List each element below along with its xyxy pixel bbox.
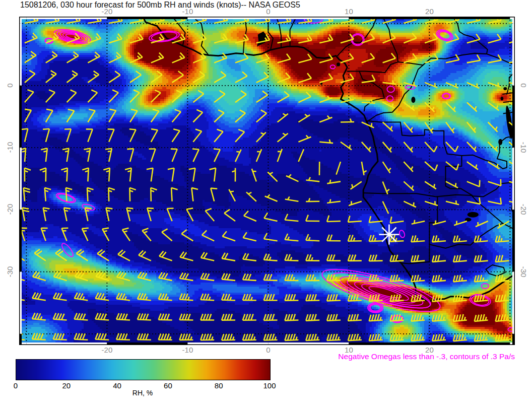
lat-tick-label-left: -20 [6, 201, 14, 218]
colorbar-tick-label: 60 [158, 381, 178, 390]
lon-tick-label-top: 20 [419, 7, 439, 16]
lon-tick-label-top: 10 [339, 7, 359, 16]
lon-tick-label-bottom: -10 [177, 346, 197, 354]
colorbar-tick-label: 100 [259, 381, 280, 390]
lon-tick-label-bottom: 0 [258, 346, 278, 354]
colorbar-tick-label: 80 [209, 381, 229, 390]
weather-chart-page: 15081206, 030 hour forecast for 500mb RH… [0, 0, 532, 411]
colorbar-title: RH, % [132, 389, 153, 397]
lat-tick-label-right: -30 [519, 263, 528, 280]
lat-tick-label-left: -10 [6, 139, 14, 156]
lat-tick-label-right: -10 [519, 139, 528, 156]
lat-tick-label-left: -30 [6, 263, 14, 280]
lat-tick-label-right: -20 [519, 201, 528, 218]
colorbar-tick-label: 20 [56, 381, 77, 390]
lat-tick-label-right: 0 [519, 77, 528, 94]
colorbar-tick-label: 0 [6, 381, 26, 390]
omega-annotation: Negative Omegas less than -.3, contours … [338, 352, 515, 361]
rh-colorbar [16, 359, 271, 380]
lon-tick-label-top: -10 [177, 7, 197, 16]
lon-tick-label-bottom: -20 [97, 346, 117, 354]
rh-wind-map [19, 17, 515, 345]
lat-tick-label-left: 0 [6, 77, 14, 94]
lon-tick-label-top: 0 [258, 7, 278, 16]
colorbar-tick-label: 40 [107, 381, 127, 390]
lon-tick-label-top: -20 [97, 7, 117, 16]
